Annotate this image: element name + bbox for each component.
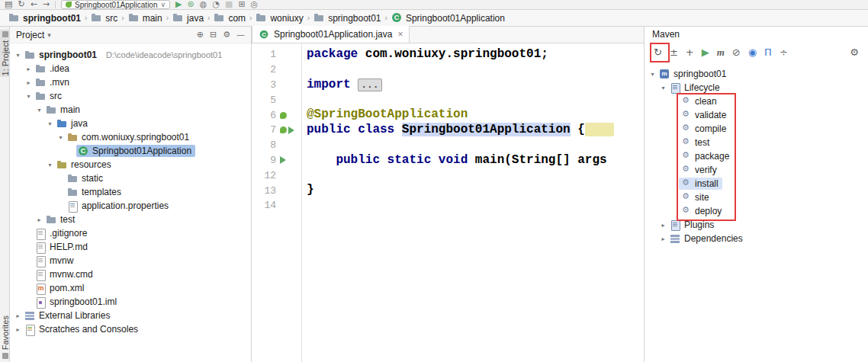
hide-panel-icon[interactable]: — bbox=[236, 30, 245, 40]
project-tree-item-scratches-and-consoles[interactable]: ▸Scratches and Consoles bbox=[10, 322, 251, 336]
project-tree-item-com-woniuxy-springboot01[interactable]: ▾com.woniuxy.springboot01 bbox=[10, 130, 251, 144]
chevron-right-icon[interactable]: ▸ bbox=[13, 326, 23, 333]
breadcrumb-item-main[interactable]: main bbox=[126, 13, 165, 24]
coverage-icon[interactable]: ◍ bbox=[200, 0, 207, 9]
package-icon bbox=[67, 133, 79, 143]
tree-item-label: deploy bbox=[695, 206, 722, 216]
breadcrumb-item-springboot01application[interactable]: Springboot01Application bbox=[389, 13, 507, 24]
chevron-right-icon[interactable]: ▸ bbox=[24, 66, 34, 72]
project-tree-item-src[interactable]: ▾src bbox=[10, 89, 251, 103]
download-sources-icon[interactable]: ± bbox=[670, 46, 678, 58]
collapse-all-icon[interactable]: ÷ bbox=[780, 46, 788, 58]
chevron-right-icon[interactable]: ▸ bbox=[658, 222, 668, 229]
maven-tree-item-plugins[interactable]: ▸Plugins bbox=[645, 218, 868, 232]
line-number: 13 bbox=[252, 185, 276, 197]
project-tree-item-test[interactable]: ▸test bbox=[10, 213, 251, 226]
project-tree-item-help-md[interactable]: HELP.md bbox=[10, 240, 251, 254]
breadcrumb-item-src[interactable]: src bbox=[88, 13, 120, 24]
project-tree-item-idea[interactable]: ▸.idea bbox=[10, 62, 251, 75]
maven-tree-item-validate[interactable]: validate bbox=[645, 108, 868, 122]
project-tree-item-external-libraries[interactable]: ▸External Libraries bbox=[10, 309, 251, 322]
chevron-down-icon[interactable]: ▾ bbox=[45, 120, 55, 127]
project-tree-item-springboot01application[interactable]: Springboot01Application bbox=[10, 144, 251, 158]
maven-tree-item-dependencies[interactable]: ▸Dependencies bbox=[645, 232, 868, 245]
breadcrumb-item-springboot01[interactable]: springboot01 bbox=[311, 13, 383, 24]
project-tree-item-mvnw[interactable]: mvnw bbox=[10, 254, 251, 267]
close-icon[interactable]: × bbox=[397, 29, 403, 40]
reimport-refresh-icon[interactable]: ↻ bbox=[654, 46, 662, 58]
project-tree-item-static[interactable]: static bbox=[10, 171, 251, 185]
stop-icon[interactable]: ■ bbox=[225, 0, 233, 9]
code-editor[interactable]: 12356789121314 package com.woniuxy.sprin… bbox=[252, 43, 644, 362]
tool-window-button-project[interactable]: 1: Project bbox=[0, 30, 10, 77]
code-token: package bbox=[307, 47, 365, 61]
chevron-down-icon[interactable]: ▾ bbox=[24, 93, 34, 100]
project-tree-item-pom-xml[interactable]: pom.xml bbox=[10, 281, 251, 295]
collapse-all-icon[interactable]: ⊟ bbox=[210, 30, 217, 40]
maven-tree-item-verify[interactable]: verify bbox=[645, 163, 868, 177]
skip-tests-icon[interactable]: ⊘ bbox=[732, 46, 741, 58]
breadcrumb-item-springboot01[interactable]: springboot01 bbox=[6, 13, 83, 24]
execute-goal-icon[interactable]: m bbox=[717, 46, 725, 59]
maven-tree-item-clean[interactable]: clean bbox=[645, 95, 868, 108]
run-gutter-icon[interactable] bbox=[288, 127, 294, 134]
search-everywhere-icon[interactable]: ◎ bbox=[251, 0, 259, 9]
add-maven-project-icon[interactable]: + bbox=[686, 46, 694, 58]
project-tree-item-application-properties[interactable]: application.properties bbox=[10, 199, 251, 213]
chevron-right-icon[interactable]: ▸ bbox=[658, 235, 668, 242]
chevron-right-icon[interactable]: ▸ bbox=[13, 312, 23, 319]
chevron-down-icon[interactable]: ▾ bbox=[34, 107, 44, 114]
maven-tree-item-package[interactable]: package bbox=[645, 149, 868, 163]
project-tree-item-java[interactable]: ▾java bbox=[10, 117, 251, 130]
maven-tree-item-lifecycle[interactable]: ▾Lifecycle bbox=[645, 81, 868, 95]
spring-bean-gutter-icon[interactable] bbox=[280, 112, 287, 119]
breadcrumb-item-com[interactable]: com bbox=[211, 13, 248, 24]
save-icon[interactable]: ▤ bbox=[5, 0, 12, 9]
chevron-down-icon[interactable]: ▾ bbox=[47, 31, 51, 39]
maven-tree-item-test[interactable]: test bbox=[645, 136, 868, 149]
maven-tree-item-install[interactable]: install bbox=[645, 177, 868, 191]
run-configuration-select[interactable]: Springboot01Application ∨ bbox=[61, 0, 170, 9]
sync-icon[interactable]: ↻ bbox=[18, 0, 24, 9]
run-maven-build-icon[interactable]: ▶ bbox=[702, 46, 709, 58]
show-dependencies-icon[interactable]: Π bbox=[764, 46, 772, 58]
run-icon[interactable]: ▶ bbox=[175, 0, 182, 9]
project-tree-item-mvnw-cmd[interactable]: mvnw.cmd bbox=[10, 267, 251, 281]
debug-icon[interactable]: ⊚ bbox=[188, 0, 194, 9]
maven-tree-item-site[interactable]: site bbox=[645, 191, 868, 204]
tool-window-button-favorites[interactable]: Favorites bbox=[0, 314, 10, 360]
profiler-icon[interactable]: ◔ bbox=[212, 0, 220, 9]
settings-gear-icon[interactable]: ⚙ bbox=[223, 30, 230, 40]
chevron-down-icon[interactable]: ▾ bbox=[56, 134, 66, 141]
build-icon[interactable]: ⊞ bbox=[238, 0, 245, 9]
chevron-right-icon[interactable]: ▸ bbox=[24, 79, 34, 86]
tree-row-content: resources bbox=[55, 159, 115, 171]
code-content[interactable]: package com.woniuxy.springboot01;import … bbox=[302, 43, 644, 362]
editor-tab-springboot01application-java[interactable]: Springboot01Application.java × bbox=[252, 26, 410, 43]
project-tree-item-main[interactable]: ▾main bbox=[10, 103, 251, 117]
project-tree-item-springboot01-iml[interactable]: springboot01.iml bbox=[10, 295, 251, 309]
spring-boot-icon bbox=[66, 2, 72, 8]
spring-bean-gutter-icon[interactable] bbox=[280, 127, 287, 133]
chevron-down-icon[interactable]: ▾ bbox=[648, 71, 657, 78]
breadcrumb-item-java[interactable]: java bbox=[170, 13, 206, 24]
project-tree-item-mvn[interactable]: ▸.mvn bbox=[10, 75, 251, 89]
project-tree-item-templates[interactable]: templates bbox=[10, 185, 251, 199]
project-tree-item-resources[interactable]: ▾resources bbox=[10, 158, 251, 171]
maven-tree-item-springboot01[interactable]: ▾springboot01 bbox=[645, 67, 868, 81]
run-gutter-icon[interactable] bbox=[280, 156, 286, 164]
settings-wrench-icon[interactable]: ⚙ bbox=[850, 46, 859, 58]
locate-file-icon[interactable]: ⊕ bbox=[197, 30, 204, 40]
maven-tree-item-compile[interactable]: compile bbox=[645, 122, 868, 136]
chevron-down-icon[interactable]: ▾ bbox=[45, 162, 55, 168]
breadcrumb-item-woniuxy[interactable]: woniuxy bbox=[253, 13, 305, 24]
chevron-right-icon[interactable]: ▸ bbox=[34, 216, 44, 223]
back-icon[interactable]: ← bbox=[31, 0, 37, 9]
chevron-down-icon[interactable]: ▾ bbox=[658, 85, 668, 91]
maven-tree-item-deploy[interactable]: deploy bbox=[645, 204, 868, 218]
project-tree-item-gitignore[interactable]: .gitignore bbox=[10, 226, 251, 240]
forward-icon[interactable]: → bbox=[43, 0, 50, 9]
profiles-icon[interactable]: ◉ bbox=[748, 46, 757, 58]
project-tree-item-springboot01[interactable]: ▾springboot01D:\code\ideacode\springboot… bbox=[10, 48, 251, 62]
chevron-down-icon[interactable]: ▾ bbox=[13, 52, 23, 59]
